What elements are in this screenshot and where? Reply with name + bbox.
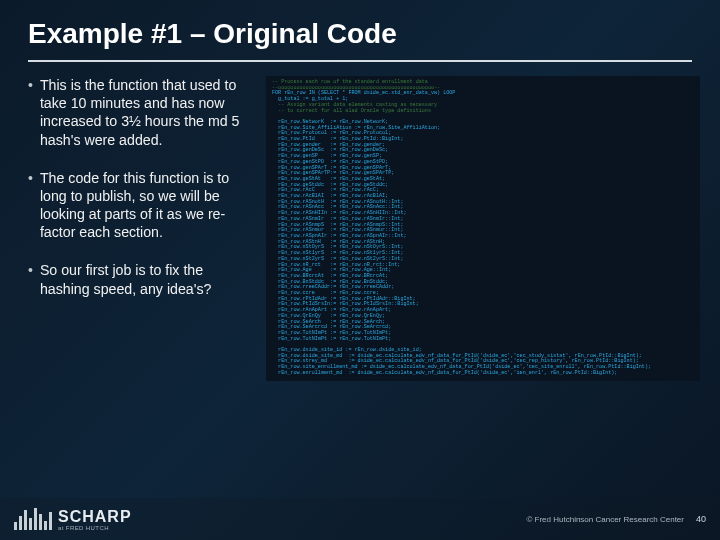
logo-bars-icon [14,508,52,530]
copyright-text: © Fred Hutchinson Cancer Research Center [526,515,684,524]
code-column: -- Process each row of the standard enro… [266,76,700,381]
bullet-text: So our first job is to fix the hashing s… [40,261,256,297]
slide-footer: SCHARP at FRED HUTCH © Fred Hutchinson C… [0,498,720,540]
bullet-dot-icon: • [28,261,33,297]
bullet-dot-icon: • [28,169,33,242]
bullet-item: • So our first job is to fix the hashing… [28,261,256,297]
logo-text-wrap: SCHARP at FRED HUTCH [58,508,132,531]
slide: Example #1 – Original Code • This is the… [0,0,720,540]
bullet-dot-icon: • [28,76,33,149]
page-number: 40 [696,514,706,524]
bullet-text: This is the function that used to take 1… [40,76,256,149]
bullet-item: • The code for this function is to long … [28,169,256,242]
code-block: -- Process each row of the standard enro… [266,76,700,381]
slide-title: Example #1 – Original Code [0,0,720,54]
bullet-text: The code for this function is to long to… [40,169,256,242]
bullet-column: • This is the function that used to take… [28,76,256,381]
logo-text: SCHARP [58,508,132,526]
slide-body: • This is the function that used to take… [0,62,720,381]
scharp-logo: SCHARP at FRED HUTCH [14,508,132,531]
bullet-item: • This is the function that used to take… [28,76,256,149]
